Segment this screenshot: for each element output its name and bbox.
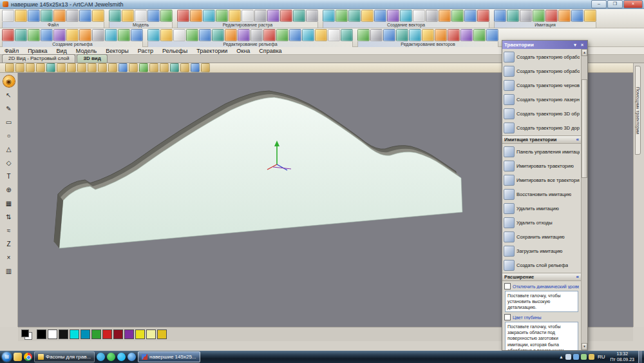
telegram-icon[interactable] — [97, 353, 105, 361]
section-header-extension[interactable]: Расширение « — [502, 273, 581, 281]
group-vectors-icon[interactable] — [422, 29, 434, 41]
text-tool-icon[interactable] — [413, 10, 425, 22]
shaded-view-icon[interactable] — [139, 63, 148, 72]
explorer-icon[interactable] — [14, 353, 22, 361]
depth-colour-checkbox[interactable] — [504, 314, 511, 320]
menu-item[interactable]: Траектории — [192, 47, 232, 54]
offset-vectors-icon[interactable] — [409, 29, 421, 41]
clock[interactable]: 13:32 Пт 08.09.23 — [609, 351, 636, 362]
wrap-text-icon[interactable] — [486, 29, 498, 41]
fillet-icon[interactable] — [460, 29, 473, 41]
transform-tool[interactable]: ⇅ — [3, 211, 15, 222]
color-swatch[interactable] — [70, 329, 79, 339]
perspective-icon[interactable] — [46, 63, 55, 72]
simulate-toolpath[interactable]: Имитировать траекторию — [502, 159, 581, 173]
browser-icon[interactable] — [128, 353, 136, 361]
depth-colour-checkbox-row[interactable]: Цвет глубины — [504, 314, 579, 320]
rectangle-tool[interactable]: ▭ — [3, 116, 15, 128]
menu-item[interactable]: Файл — [0, 47, 23, 54]
zero-relief-icon[interactable] — [328, 29, 340, 41]
slice-relief-icon[interactable] — [315, 29, 327, 41]
paste-number-icon[interactable] — [426, 10, 438, 22]
maximize-button[interactable]: ❐ — [607, 0, 623, 8]
view-down-x-icon[interactable] — [15, 63, 24, 72]
zoom-extents-icon[interactable] — [108, 63, 117, 72]
shape-editor-icon[interactable] — [2, 29, 14, 41]
scroll-up-icon[interactable]: ▲ — [582, 49, 587, 56]
draft-quality-icon[interactable] — [129, 63, 138, 72]
relief-from-image-icon[interactable] — [92, 29, 104, 41]
polygon-vector-icon[interactable] — [348, 10, 361, 22]
bitmap-to-vector-icon[interactable] — [439, 10, 451, 22]
dome-icon[interactable] — [118, 29, 130, 41]
texture-relief-icon[interactable] — [79, 29, 91, 41]
star-tool[interactable]: ◇ — [3, 157, 15, 168]
two-rail-sweep-icon[interactable] — [53, 29, 66, 41]
star-vector-icon[interactable] — [361, 10, 374, 22]
zoom-in-icon[interactable] — [88, 63, 97, 72]
view-down-y-icon[interactable] — [26, 63, 35, 72]
vector-doctor-icon[interactable] — [477, 10, 489, 22]
smooth-relief-icon[interactable] — [147, 29, 160, 41]
menu-item[interactable]: Модель — [71, 47, 101, 54]
isometric-view-icon[interactable] — [5, 63, 14, 72]
menu-item[interactable]: Рельефы — [158, 47, 192, 54]
arc-icon[interactable] — [387, 10, 399, 22]
scrollbar-thumb[interactable] — [582, 79, 587, 178]
toggle-relief-icon[interactable] — [160, 63, 169, 72]
measure-icon[interactable] — [370, 29, 383, 41]
menu-item[interactable]: Вид — [52, 47, 71, 54]
zoom-out-icon[interactable] — [98, 63, 107, 72]
color-swatch[interactable] — [59, 329, 68, 339]
start-button[interactable]: ⊞ — [2, 352, 12, 362]
color-swatch[interactable] — [48, 329, 57, 339]
print-icon[interactable] — [66, 10, 79, 22]
greyscale-icon[interactable] — [306, 10, 318, 22]
extrude-icon[interactable] — [15, 29, 27, 41]
erase-icon[interactable] — [242, 10, 254, 22]
zoom-view-icon[interactable] — [77, 63, 86, 72]
save-model-icon[interactable] — [28, 10, 40, 22]
whatsapp-icon[interactable] — [107, 353, 115, 361]
menu-item[interactable]: Окна — [232, 47, 254, 54]
color-swatch[interactable] — [135, 329, 145, 339]
reduce-colours-icon[interactable] — [267, 10, 279, 22]
view-down-z-icon[interactable] — [36, 63, 45, 72]
load-simulation[interactable]: Загрузить имитацию — [502, 244, 581, 258]
toolpath-assistant-dock-tab[interactable]: Помощник траектории — [635, 66, 641, 155]
scroll-down-icon[interactable]: ▼ — [582, 343, 587, 350]
color-swatch[interactable] — [102, 329, 112, 339]
dynamic-level-checkbox[interactable] — [504, 283, 511, 289]
open-model-icon[interactable] — [15, 10, 27, 22]
create-toolpath-machine-relief[interactable]: Создать траекторию обработки рельефа — [502, 50, 581, 64]
save-view-icon[interactable] — [191, 63, 200, 72]
merge-relief-icon[interactable] — [341, 29, 353, 41]
set-model-size-icon[interactable] — [109, 10, 121, 22]
close-button[interactable]: × — [623, 0, 643, 8]
tab-2d-view[interactable]: 2D Вид - Растровый слой — [2, 54, 75, 63]
simulate-all-toolpaths-icon[interactable] — [507, 10, 519, 22]
create-toolpath-machine-feature[interactable]: Создать траекторию обработки элемента — [502, 64, 581, 78]
simulation-control-panel[interactable]: Панель управления имитацией — [502, 144, 581, 159]
rectangle-vector-icon[interactable] — [323, 10, 335, 22]
copy-relief-icon[interactable] — [199, 29, 211, 41]
paste-icon[interactable] — [92, 10, 104, 22]
scale-relief-icon[interactable] — [225, 29, 237, 41]
volume-icon[interactable] — [581, 354, 587, 360]
zoom-tool[interactable]: Z — [3, 238, 15, 250]
export-icon[interactable] — [53, 10, 66, 22]
weave-wizard-icon[interactable] — [66, 29, 79, 41]
colour-picker-icon[interactable] — [203, 10, 215, 22]
color-swatch[interactable] — [37, 329, 46, 339]
copy-icon[interactable] — [79, 10, 91, 22]
pan-view-icon[interactable] — [67, 63, 76, 72]
save-simulation[interactable]: Сохранить имитацию — [502, 230, 581, 244]
create-toolpath-z-roughing[interactable]: Создать траекторию черновой по Z — [502, 78, 581, 92]
link-colours-icon[interactable] — [216, 10, 228, 22]
texture-icon[interactable] — [293, 10, 305, 22]
show-desktop-button[interactable] — [638, 351, 642, 363]
polyline-icon[interactable] — [374, 10, 386, 22]
delete-waste-icon[interactable] — [558, 10, 571, 22]
select-vectors-tool[interactable]: ↖ — [3, 89, 15, 101]
primary-secondary-color-indicator[interactable] — [21, 329, 32, 340]
